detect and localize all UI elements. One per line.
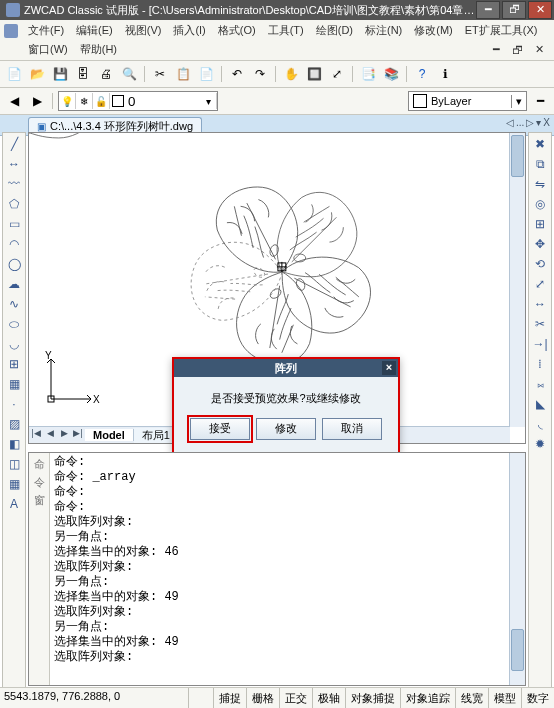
dialog-titlebar[interactable]: 阵列 × <box>174 359 398 377</box>
spline-icon[interactable]: ∿ <box>5 295 23 313</box>
text-icon[interactable]: A <box>5 495 23 513</box>
window-close-button[interactable]: ✕ <box>528 1 552 19</box>
xline-icon[interactable]: ↔ <box>5 155 23 173</box>
canvas-scrollbar-vertical[interactable] <box>509 133 525 427</box>
line-icon[interactable]: ╱ <box>5 135 23 153</box>
ellipse-icon[interactable]: ⬭ <box>5 315 23 333</box>
window-restore-button[interactable]: 🗗 <box>502 1 526 19</box>
linetype-icon[interactable]: ━ <box>530 91 550 111</box>
command-text-area[interactable]: 命令: 命令: _array 命令: 命令: 选取阵列对象: 另一角点: 选择集… <box>50 453 509 685</box>
extend-icon[interactable]: →| <box>531 335 549 353</box>
menu-draw[interactable]: 绘图(D) <box>310 21 359 40</box>
layout-nav-prev-icon[interactable]: ◀ <box>43 428 57 442</box>
help-icon[interactable]: ? <box>412 64 432 84</box>
layers-icon[interactable]: 📚 <box>381 64 401 84</box>
menu-format[interactable]: 格式(O) <box>212 21 262 40</box>
rectangle-icon[interactable]: ▭ <box>5 215 23 233</box>
layout-nav-first-icon[interactable]: |◀ <box>29 428 43 442</box>
layer-name-field[interactable] <box>126 93 200 109</box>
menu-file[interactable]: 文件(F) <box>22 21 70 40</box>
ellipse-arc-icon[interactable]: ◡ <box>5 335 23 353</box>
mdi-restore-button[interactable]: 🗗 <box>506 42 529 58</box>
pan-icon[interactable]: ✋ <box>281 64 301 84</box>
layer-prev-icon[interactable]: ◀ <box>4 91 24 111</box>
tab-next-icon[interactable]: ▷ <box>526 117 534 128</box>
fillet-icon[interactable]: ◟ <box>531 415 549 433</box>
menu-edit[interactable]: 编辑(E) <box>70 21 119 40</box>
about-icon[interactable]: ℹ <box>435 64 455 84</box>
make-block-icon[interactable]: ▦ <box>5 375 23 393</box>
color-dropdown[interactable]: ByLayer ▾ <box>408 91 527 111</box>
status-lweight[interactable]: 线宽 <box>455 688 488 708</box>
saveall-icon[interactable]: 🗄 <box>73 64 93 84</box>
dialog-close-button[interactable]: × <box>382 361 396 375</box>
status-osnap[interactable]: 对象捕捉 <box>345 688 400 708</box>
gradient-icon[interactable]: ◧ <box>5 435 23 453</box>
explode-icon[interactable]: ✹ <box>531 435 549 453</box>
undo-icon[interactable]: ↶ <box>227 64 247 84</box>
new-icon[interactable]: 📄 <box>4 64 24 84</box>
zoom-window-icon[interactable]: 🔲 <box>304 64 324 84</box>
cancel-button[interactable]: 取消 <box>322 418 382 440</box>
hatch-icon[interactable]: ▨ <box>5 415 23 433</box>
menu-insert[interactable]: 插入(I) <box>167 21 211 40</box>
modify-button[interactable]: 修改 <box>256 418 316 440</box>
menu-view[interactable]: 视图(V) <box>119 21 168 40</box>
scale-icon[interactable]: ⤢ <box>531 275 549 293</box>
menu-tools[interactable]: 工具(T) <box>262 21 310 40</box>
tab-menu-icon[interactable]: ▾ <box>536 117 541 128</box>
mdi-close-button[interactable]: ✕ <box>529 41 550 58</box>
accept-button[interactable]: 接受 <box>190 418 250 440</box>
trim-icon[interactable]: ✂ <box>531 315 549 333</box>
arc-icon[interactable]: ◠ <box>5 235 23 253</box>
status-grid[interactable]: 栅格 <box>246 688 279 708</box>
command-scrollbar-vertical[interactable] <box>509 453 525 685</box>
props-icon[interactable]: 📑 <box>358 64 378 84</box>
status-otrack[interactable]: 对象追踪 <box>400 688 455 708</box>
copy-icon[interactable]: 📋 <box>173 64 193 84</box>
preview-icon[interactable]: 🔍 <box>119 64 139 84</box>
open-icon[interactable]: 📂 <box>27 64 47 84</box>
stretch-icon[interactable]: ↔ <box>531 295 549 313</box>
layout-nav-next-icon[interactable]: ▶ <box>57 428 71 442</box>
mdi-minimize-button[interactable]: ━ <box>487 41 506 58</box>
array-icon[interactable]: ⊞ <box>531 215 549 233</box>
insert-block-icon[interactable]: ⊞ <box>5 355 23 373</box>
move-icon[interactable]: ✥ <box>531 235 549 253</box>
menu-help[interactable]: 帮助(H) <box>74 40 123 59</box>
tab-close-icon[interactable]: X <box>543 117 550 128</box>
layer-dropdown-arrow-icon[interactable]: ▾ <box>200 93 217 109</box>
table-icon[interactable]: ▦ <box>5 475 23 493</box>
mod-copy-icon[interactable]: ⧉ <box>531 155 549 173</box>
layout-tab-model[interactable]: Model <box>85 429 134 441</box>
save-icon[interactable]: 💾 <box>50 64 70 84</box>
status-ortho[interactable]: 正交 <box>279 688 312 708</box>
tab-prev-icon[interactable]: ◁ <box>506 117 514 128</box>
status-model[interactable]: 模型 <box>488 688 521 708</box>
menu-modify[interactable]: 修改(M) <box>408 21 459 40</box>
polygon-icon[interactable]: ⬠ <box>5 195 23 213</box>
layer-states-icon[interactable]: ▶ <box>27 91 47 111</box>
zoom-extents-icon[interactable]: ⤢ <box>327 64 347 84</box>
point-icon[interactable]: · <box>5 395 23 413</box>
menu-et[interactable]: ET扩展工具(X) <box>459 21 544 40</box>
tab-more-icon[interactable]: ... <box>516 117 524 128</box>
menu-dim[interactable]: 标注(N) <box>359 21 408 40</box>
polyline-icon[interactable]: 〰 <box>5 175 23 193</box>
offset-icon[interactable]: ◎ <box>531 195 549 213</box>
circle-icon[interactable]: ◯ <box>5 255 23 273</box>
cut-icon[interactable]: ✂ <box>150 64 170 84</box>
color-dropdown-arrow-icon[interactable]: ▾ <box>511 95 526 108</box>
menu-window[interactable]: 窗口(W) <box>22 40 74 59</box>
status-polar[interactable]: 极轴 <box>312 688 345 708</box>
join-icon[interactable]: ⨝ <box>531 375 549 393</box>
status-snap[interactable]: 捕捉 <box>213 688 246 708</box>
erase-icon[interactable]: ✖ <box>531 135 549 153</box>
region-icon[interactable]: ◫ <box>5 455 23 473</box>
break-icon[interactable]: ⁞ <box>531 355 549 373</box>
layout-nav-last-icon[interactable]: ▶| <box>71 428 85 442</box>
paste-icon[interactable]: 📄 <box>196 64 216 84</box>
rotate-icon[interactable]: ⟲ <box>531 255 549 273</box>
window-minimize-button[interactable]: ━ <box>476 1 500 19</box>
print-icon[interactable]: 🖨 <box>96 64 116 84</box>
